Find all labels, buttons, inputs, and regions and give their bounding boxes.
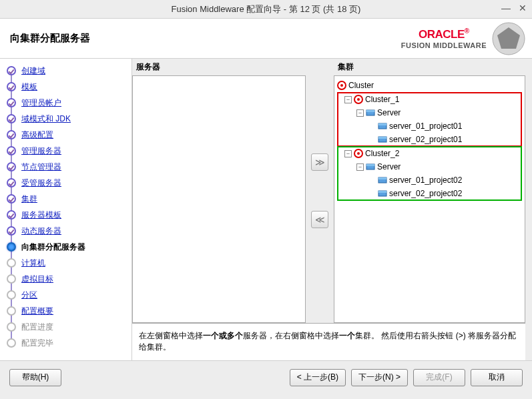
assign-left-button[interactable]: ≪ — [311, 211, 328, 228]
brand-main: ORACLE® — [419, 27, 469, 41]
nav-item-16: 配置进度 — [0, 319, 131, 335]
server-icon — [378, 189, 387, 198]
servers-column: 服务器 — [132, 59, 306, 323]
nav-bullet-icon — [7, 322, 16, 332]
nav-item-0[interactable]: 创建域 — [0, 63, 131, 79]
nav-link[interactable]: 管理服务器 — [21, 145, 61, 157]
clusters-column: 集群 Cluster−Cluster_1−Serverserver_01_pro… — [334, 59, 532, 323]
server-node[interactable]: server_02_project02 — [338, 187, 521, 200]
nav-item-14[interactable]: 分区 — [0, 287, 131, 303]
svg-rect-17 — [378, 177, 386, 179]
nav-link[interactable]: 域模式和 JDK — [21, 113, 71, 125]
nav-link: 配置进度 — [21, 322, 53, 333]
svg-rect-7 — [366, 110, 374, 112]
server-folder[interactable]: −Server — [338, 106, 521, 119]
nav-item-6[interactable]: 节点管理器 — [0, 159, 131, 175]
nav-item-2[interactable]: 管理员帐户 — [0, 95, 131, 111]
server-icon — [378, 175, 387, 185]
nav-bullet-icon — [7, 146, 16, 155]
svg-point-5 — [357, 98, 360, 101]
server-icon — [378, 121, 387, 131]
nav-item-1[interactable]: 模板 — [0, 79, 131, 95]
transfer-arrows: ≫ ≪ — [306, 59, 334, 323]
cluster-node[interactable]: −Cluster_2 — [338, 147, 521, 160]
title-bar: Fusion Middleware 配置向导 - 第 12 页 (共 18 页)… — [0, 0, 532, 19]
cancel-button[interactable]: 取消 — [471, 369, 523, 386]
nav-link[interactable]: 创建域 — [21, 65, 45, 77]
nav-link[interactable]: 受管服务器 — [21, 177, 61, 189]
next-button[interactable]: 下一步(N) > — [351, 369, 408, 386]
nav-link[interactable]: 向集群分配服务器 — [21, 242, 85, 253]
pentagon-icon — [492, 22, 525, 55]
nav-bullet-icon — [7, 306, 16, 316]
nav-item-15[interactable]: 配置概要 — [0, 303, 131, 319]
nav-bullet-icon — [7, 274, 16, 284]
help-button[interactable]: 帮助(H) — [9, 369, 61, 386]
nav-link[interactable]: 模板 — [21, 81, 37, 93]
finish-button: 完成(F) — [413, 369, 465, 386]
brand-sub: FUSION MIDDLEWARE — [401, 41, 487, 49]
nav-item-7[interactable]: 受管服务器 — [0, 175, 131, 191]
collapse-icon[interactable]: − — [344, 96, 352, 103]
page-title: 向集群分配服务器 — [10, 32, 90, 45]
back-button[interactable]: < 上一步(B) — [290, 369, 346, 386]
nav-item-8[interactable]: 集群 — [0, 191, 131, 207]
nav-link[interactable]: 节点管理器 — [21, 161, 61, 173]
server-icon — [366, 162, 375, 171]
nav-link[interactable]: 分区 — [21, 290, 37, 301]
nav-link: 配置完毕 — [21, 338, 53, 349]
minimize-icon[interactable]: — — [501, 3, 511, 13]
nav-item-10[interactable]: 动态服务器 — [0, 223, 131, 239]
nav-link[interactable]: 管理员帐户 — [21, 97, 61, 109]
svg-rect-19 — [378, 191, 386, 193]
collapse-icon[interactable]: − — [356, 109, 364, 117]
nav-item-12[interactable]: 计算机 — [0, 255, 131, 271]
nav-item-4[interactable]: 高级配置 — [0, 127, 131, 143]
nav-item-5[interactable]: 管理服务器 — [0, 143, 131, 159]
svg-rect-11 — [378, 137, 386, 139]
nav-sidebar: 创建域模板管理员帐户域模式和 JDK高级配置管理服务器节点管理器受管服务器集群服… — [0, 59, 132, 360]
nav-link[interactable]: 虚拟目标 — [21, 274, 53, 285]
nav-bullet-icon — [7, 290, 16, 300]
server-node[interactable]: server_02_project01 — [338, 133, 521, 146]
footer-bar: 帮助(H) < 上一步(B) 下一步(N) > 完成(F) 取消 — [0, 360, 532, 394]
svg-point-13 — [357, 152, 360, 155]
nav-item-3[interactable]: 域模式和 JDK — [0, 111, 131, 127]
panels-row: 服务器 ≫ ≪ 集群 Cluster−Cluster_1−Serverserve… — [132, 59, 532, 323]
nav-bullet-icon — [7, 162, 16, 171]
wizard-header: 向集群分配服务器 ORACLE® FUSION MIDDLEWARE — [0, 19, 532, 59]
tree-root[interactable]: Cluster — [337, 79, 522, 92]
servers-label: 服务器 — [132, 59, 306, 75]
svg-point-3 — [340, 84, 343, 87]
assign-right-button[interactable]: ≫ — [311, 153, 328, 171]
nav-bullet-icon — [7, 82, 16, 91]
nav-link[interactable]: 集群 — [21, 193, 37, 205]
server-node[interactable]: server_01_project01 — [338, 119, 521, 133]
collapse-icon[interactable]: − — [356, 163, 364, 171]
nav-link[interactable]: 高级配置 — [21, 129, 53, 141]
server-node[interactable]: server_01_project02 — [338, 173, 521, 187]
nav-item-11[interactable]: 向集群分配服务器 — [0, 239, 131, 255]
cluster-group: −Cluster_1−Serverserver_01_project01serv… — [338, 93, 521, 146]
servers-listbox[interactable] — [132, 75, 306, 323]
nav-item-9[interactable]: 服务器模板 — [0, 207, 131, 223]
cluster-icon — [354, 95, 363, 104]
nav-link[interactable]: 服务器模板 — [21, 210, 61, 221]
collapse-icon[interactable]: − — [344, 150, 352, 157]
nav-bullet-icon — [7, 242, 16, 252]
nav-bullet-icon — [7, 66, 16, 75]
nav-link[interactable]: 计算机 — [21, 258, 45, 269]
clusters-label: 集群 — [334, 59, 525, 75]
nav-bullet-icon — [7, 338, 16, 348]
cluster-icon — [354, 149, 363, 158]
nav-bullet-icon — [7, 210, 16, 220]
nav-item-13[interactable]: 虚拟目标 — [0, 271, 131, 287]
nav-bullet-icon — [7, 130, 16, 139]
nav-link[interactable]: 配置概要 — [21, 306, 53, 317]
close-icon[interactable]: ✕ — [519, 3, 527, 13]
nav-link[interactable]: 动态服务器 — [21, 226, 61, 237]
server-folder[interactable]: −Server — [338, 160, 521, 173]
content-area: 创建域模板管理员帐户域模式和 JDK高级配置管理服务器节点管理器受管服务器集群服… — [0, 59, 532, 360]
clusters-tree[interactable]: Cluster−Cluster_1−Serverserver_01_projec… — [334, 75, 525, 323]
cluster-node[interactable]: −Cluster_1 — [338, 93, 521, 106]
